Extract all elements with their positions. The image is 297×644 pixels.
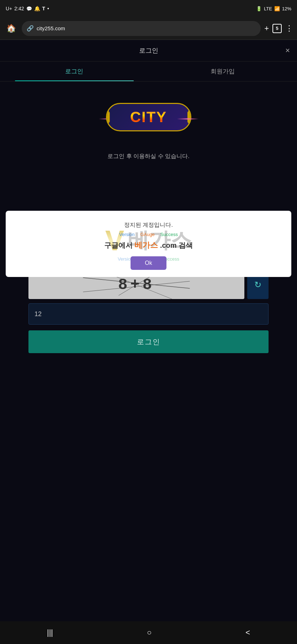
popup-version-label: Version [119,232,134,237]
popup-overlay: V 베가스 Version GAuge Success 정지된 계정입니다. V… [6,211,291,277]
search-prefix: 구글에서 [104,241,133,249]
popup-message: 정지된 계정입니다. [13,221,284,229]
search-brand: 베가스 [134,241,158,250]
captcha-input[interactable] [28,303,269,325]
close-button[interactable]: × [285,46,290,55]
url-bar[interactable]: 🔗 city255.com [22,21,261,36]
dot-icon: • [47,6,49,11]
ok-button[interactable]: Ok [131,256,166,270]
browser-bar: 🏠 🔗 city255.com + 5 ⋮ [0,17,297,40]
status-bar: U+ 2:42 💬 🔔 T • 🔋 LTE 📶 12% [0,0,297,17]
popup-sub-row: Version GAuge Success [13,232,284,237]
bottom-nav: ||| ○ < [0,621,297,644]
browser-actions: + 5 ⋮ [264,24,293,33]
city-logo: CITY [106,103,191,135]
info-text: 로그인 후 이용하실 수 있습니다. [0,153,297,171]
modal-title: 로그인 [139,46,158,55]
tab-login[interactable]: 로그인 [0,62,149,81]
notification-icon: 🔔 [34,6,40,11]
battery-text: 12% [282,6,291,11]
tab-bar: 로그인 회원가입 [0,62,297,82]
sim-icon: 🔋 [256,6,262,11]
popup-success-label: Success [160,232,178,237]
popup-gauge-label: GAuge [140,232,154,237]
logo-area: CITY [0,82,297,153]
city-logo-text: CITY [130,109,167,126]
menu-dots-button[interactable]: ⋮ [285,24,293,33]
popup-search-text: 구글에서 베가스 .com 검색 [13,240,284,251]
nav-menu-button[interactable]: ||| [36,624,64,641]
captcha-section: 8+8 ↻ 로그인 [0,271,297,353]
tab-signup[interactable]: 회원가입 [149,62,297,81]
city-logo-bg: CITY [106,103,191,131]
login-button[interactable]: 로그인 [28,330,269,353]
nav-home-button[interactable]: ○ [136,624,162,641]
nav-back-button[interactable]: < [235,624,261,641]
status-right: 🔋 LTE 📶 12% [256,6,291,11]
url-text: city255.com [37,25,65,31]
add-tab-button[interactable]: + [264,24,269,33]
status-left: U+ 2:42 💬 🔔 T • [6,6,49,11]
refresh-icon: ↻ [254,280,261,290]
main-content: 로그인 × 로그인 회원가입 CITY 로그인 후 이용하실 수 있습니다. V… [0,40,297,644]
time-text: 2:42 [14,6,24,11]
home-button[interactable]: 🏠 [4,22,18,35]
carrier-text: U+ [6,6,12,11]
logo-glow-right [177,119,198,120]
tab-count[interactable]: 5 [272,24,282,33]
modal-header: 로그인 × [0,40,297,62]
lock-icon: 🔗 [27,25,34,32]
search-suffix: .com 검색 [160,241,193,249]
signal-bars: 📶 [274,6,280,11]
t-icon: T [42,6,46,11]
talk-icon: 💬 [26,6,32,11]
captcha-display: 8+8 [118,276,155,294]
lte-text: LTE [264,6,272,11]
